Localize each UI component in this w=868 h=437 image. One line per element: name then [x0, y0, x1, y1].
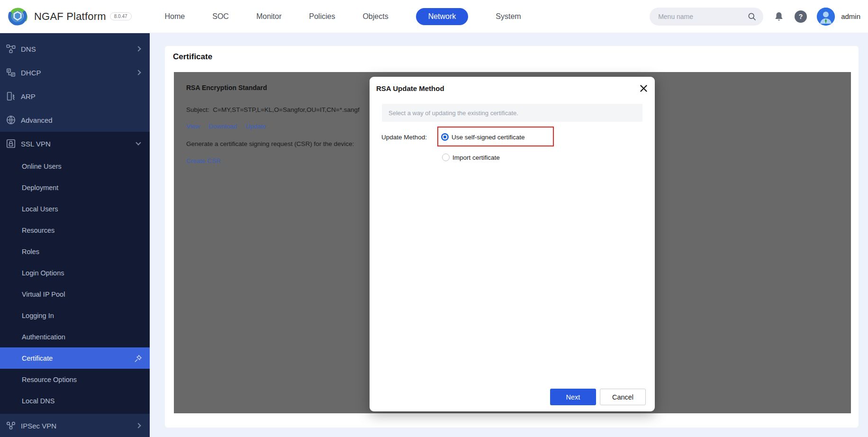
bell-icon: [773, 11, 785, 22]
sidebar-item-online-users[interactable]: Online Users: [0, 155, 150, 177]
update-link[interactable]: Update: [245, 123, 266, 130]
version-badge: 8.0.47: [110, 12, 132, 20]
sidebar-item-roles[interactable]: Roles: [0, 241, 150, 262]
chevron-right-icon: [136, 70, 141, 75]
ngaf-platform-page: NGAF Platform 8.0.47 Home SOC Monitor Po…: [0, 0, 868, 437]
sub-item-label: Authentication: [22, 333, 65, 341]
search-icon[interactable]: [747, 12, 757, 21]
sidebar-item-deployment[interactable]: Deployment: [0, 177, 150, 198]
sidebar-item-label: DNS: [21, 45, 136, 53]
header-right-cluster: Menu name ?: [650, 8, 868, 26]
nav-network[interactable]: Network: [416, 8, 469, 25]
close-icon: [640, 84, 648, 92]
nav-system[interactable]: System: [496, 12, 521, 21]
main-nav: Home SOC Monitor Policies Objects Networ…: [165, 8, 521, 25]
chevron-right-icon: [136, 423, 141, 428]
sidebar-item-local-dns[interactable]: Local DNS: [0, 390, 150, 411]
sidebar-item-ipsec-vpn[interactable]: IPSec VPN: [0, 414, 150, 437]
page-title: Certificate: [173, 52, 212, 62]
sidebar-item-authentication[interactable]: Authentication: [0, 326, 150, 347]
radio-self-signed-label[interactable]: Use self-signed certificate: [452, 134, 525, 141]
nav-policies[interactable]: Policies: [309, 12, 335, 21]
update-method-label: Update Method:: [381, 134, 427, 141]
dialog-info-bar: Select a way of updating the existing ce…: [382, 104, 642, 122]
help-icon: ?: [795, 10, 807, 23]
sidebar-item-local-users[interactable]: Local Users: [0, 198, 150, 219]
notifications-button[interactable]: [773, 11, 785, 22]
top-header: NGAF Platform 8.0.47 Home SOC Monitor Po…: [0, 0, 868, 33]
pin-icon[interactable]: [134, 354, 143, 363]
sidebar-item-virtual-ip-pool[interactable]: Virtual IP Pool: [0, 283, 150, 305]
avatar[interactable]: [817, 8, 835, 26]
chevron-right-icon: [136, 46, 141, 51]
subject-value: C=MY,ST=STP,L=KL,O=Sangfor,OU=IT,CN=*.sa…: [213, 106, 359, 113]
brand-title: NGAF Platform: [34, 10, 106, 23]
nav-home[interactable]: Home: [165, 12, 185, 21]
sidebar-item-dns[interactable]: DNS: [0, 37, 150, 61]
sub-item-label: Virtual IP Pool: [22, 291, 65, 298]
arp-icon: [6, 91, 16, 101]
dns-icon: [6, 44, 16, 54]
sidebar-item-login-options[interactable]: Login Options: [0, 262, 150, 283]
sidebar-item-arp[interactable]: ARP: [0, 84, 150, 108]
sidebar-item-label: ARP: [21, 92, 140, 100]
sidebar-item-label: Advanced: [21, 116, 140, 124]
certificate-links: View Download Update: [186, 123, 266, 130]
ssl-vpn-section: SSL VPN Online Users Deployment Local Us…: [0, 132, 150, 414]
dhcp-icon: [6, 67, 16, 78]
search-placeholder: Menu name: [658, 13, 747, 20]
sidebar-item-label: DHCP: [21, 69, 136, 77]
menu-search-input[interactable]: Menu name: [650, 8, 763, 26]
rsa-update-method-dialog: RSA Update Method Select a way of updati…: [370, 77, 655, 411]
left-sidebar: DNS DHCP ARP Advanced: [0, 33, 150, 437]
radio-import-certificate[interactable]: [442, 154, 450, 161]
ipsec-vpn-icon: [6, 420, 16, 431]
dialog-title: RSA Update Method: [376, 84, 444, 92]
sidebar-item-logging-in[interactable]: Logging In: [0, 305, 150, 326]
sub-item-label: Logging In: [22, 312, 54, 319]
sidebar-item-label: SSL VPN: [21, 140, 136, 148]
sidebar-item-resource-options[interactable]: Resource Options: [0, 369, 150, 390]
help-button[interactable]: ?: [795, 10, 807, 23]
sidebar-item-ssl-vpn[interactable]: SSL VPN: [0, 132, 150, 155]
cancel-button[interactable]: Cancel: [600, 389, 646, 405]
subject-line: Subject: C=MY,ST=STP,L=KL,O=Sangfor,OU=I…: [186, 106, 360, 113]
sidebar-item-certificate[interactable]: Certificate: [0, 347, 150, 369]
sub-item-label: Deployment: [22, 184, 58, 191]
nav-monitor[interactable]: Monitor: [256, 12, 281, 21]
download-link[interactable]: Download: [208, 123, 237, 130]
sub-item-label: Local DNS: [22, 397, 54, 405]
close-button[interactable]: [638, 82, 649, 94]
next-button[interactable]: Next: [550, 389, 596, 405]
subject-label: Subject:: [186, 106, 209, 113]
sidebar-item-resources[interactable]: Resources: [0, 219, 150, 241]
radio-self-signed[interactable]: [441, 133, 449, 141]
sub-item-label: Online Users: [22, 163, 62, 170]
nav-soc[interactable]: SOC: [212, 12, 229, 21]
sub-item-label: Resource Options: [22, 376, 77, 383]
sidebar-item-dhcp[interactable]: DHCP: [0, 61, 150, 84]
sidebar-item-label: IPSec VPN: [21, 422, 136, 430]
view-link[interactable]: View: [186, 123, 200, 130]
csr-text: Generate a certificate signing request (…: [186, 140, 354, 147]
ngaf-logo-icon: [7, 6, 28, 27]
sub-item-label: Local Users: [22, 205, 58, 213]
sub-item-label: Login Options: [22, 269, 64, 277]
rsa-panel-title: RSA Encryption Standard: [186, 84, 267, 91]
create-csr-link[interactable]: Create CSR: [186, 157, 221, 164]
nav-objects[interactable]: Objects: [362, 12, 388, 21]
sidebar-item-advanced[interactable]: Advanced: [0, 108, 150, 132]
radio-import-certificate-label[interactable]: Import certificate: [452, 154, 500, 161]
ssl-vpn-icon: [6, 138, 16, 149]
sub-item-label: Roles: [22, 248, 39, 255]
advanced-icon: [6, 115, 16, 125]
chevron-down-icon: [136, 140, 141, 145]
sub-item-label: Certificate: [22, 355, 53, 362]
sub-item-label: Resources: [22, 227, 54, 234]
user-name[interactable]: admin: [841, 12, 860, 20]
